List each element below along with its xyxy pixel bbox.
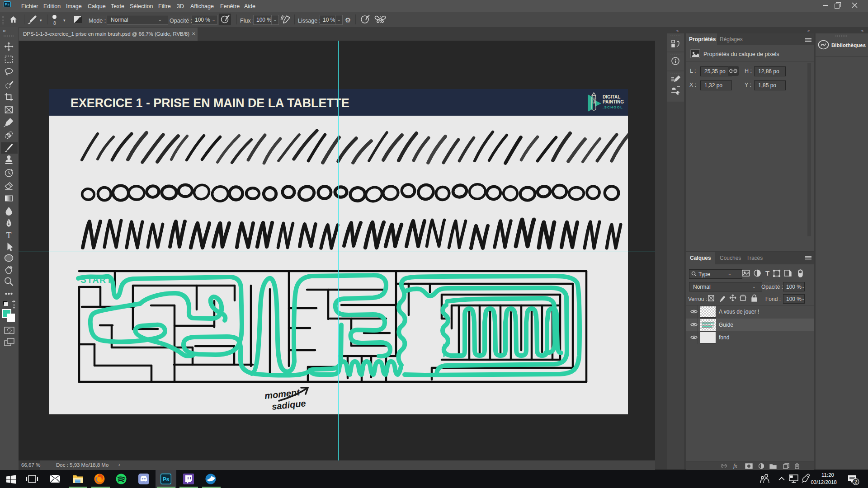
svg-text:.SCHOOL: .SCHOOL bbox=[603, 105, 623, 109]
svg-text:PAINTING: PAINTING bbox=[603, 99, 624, 104]
svg-text:DIGITAL: DIGITAL bbox=[603, 94, 620, 99]
svg-text:fx: fx bbox=[733, 463, 737, 469]
svg-text:T: T bbox=[6, 230, 12, 240]
svg-text:2: 2 bbox=[854, 479, 857, 484]
svg-text:Ps: Ps bbox=[163, 476, 170, 483]
svg-text:EXERCICE 1 - PRISE EN MAIN DE: EXERCICE 1 - PRISE EN MAIN DE LA TABLETT… bbox=[71, 96, 349, 110]
svg-text:T: T bbox=[765, 269, 769, 277]
